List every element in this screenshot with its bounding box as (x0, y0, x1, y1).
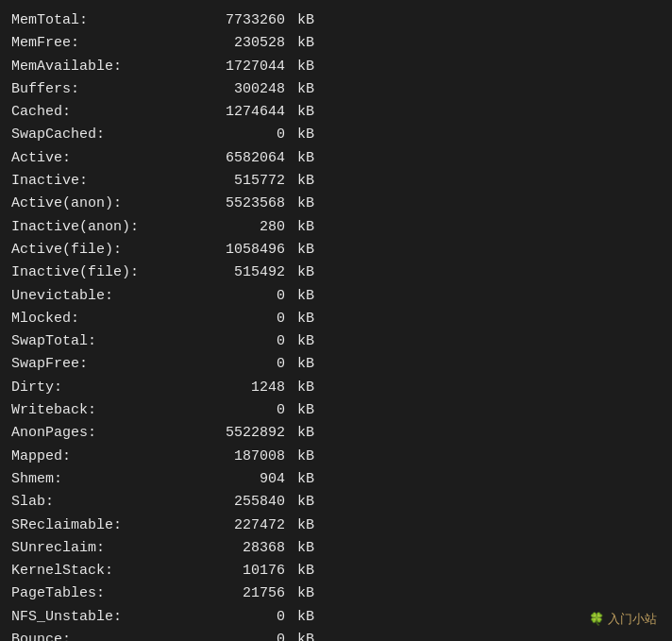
mem-unit: kB (289, 491, 314, 514)
table-row: Active: 6582064 kB (11, 147, 661, 170)
watermark-icon: 🍀 (589, 612, 604, 626)
table-row: Dirty: 1248 kB (11, 377, 661, 399)
mem-value: 0 (200, 606, 285, 629)
mem-key: SReclaimable: (11, 514, 200, 537)
table-row: SReclaimable: 227472 kB (11, 514, 661, 537)
mem-value: 0 (200, 285, 285, 308)
mem-unit: kB (289, 170, 314, 193)
mem-value: 6582064 (200, 147, 285, 170)
mem-unit: kB (289, 537, 314, 560)
mem-unit: kB (289, 514, 314, 537)
mem-value: 21756 (200, 582, 285, 605)
table-row: SwapTotal: 0 kB (11, 330, 661, 353)
table-row: Mapped: 187008 kB (11, 446, 661, 468)
table-row: Unevictable: 0 kB (11, 285, 661, 308)
mem-value: 10176 (200, 560, 285, 582)
memory-info-list: MemTotal: 7733260 kBMemFree: 230528 kBMe… (11, 9, 661, 641)
mem-value: 1274644 (200, 101, 285, 124)
mem-unit: kB (289, 56, 314, 78)
table-row: KernelStack: 10176 kB (11, 560, 661, 582)
mem-unit: kB (289, 285, 314, 308)
mem-key: Buffers: (11, 78, 200, 101)
table-row: Inactive: 515772 kB (11, 170, 661, 193)
mem-key: Bounce: (11, 629, 200, 641)
mem-value: 1058496 (200, 239, 285, 261)
mem-value: 0 (200, 124, 285, 146)
mem-unit: kB (289, 216, 314, 239)
table-row: Mlocked: 0 kB (11, 308, 661, 330)
mem-value: 255840 (200, 491, 285, 514)
mem-key: MemFree: (11, 32, 200, 55)
table-row: Active(file): 1058496 kB (11, 239, 661, 261)
mem-key: Active(file): (11, 239, 200, 261)
mem-unit: kB (289, 629, 314, 641)
mem-unit: kB (289, 78, 314, 101)
mem-unit: kB (289, 560, 314, 582)
mem-value: 515492 (200, 261, 285, 284)
mem-unit: kB (289, 101, 314, 124)
mem-unit: kB (289, 193, 314, 215)
mem-key: Mapped: (11, 446, 200, 468)
mem-value: 904 (200, 468, 285, 491)
mem-unit: kB (289, 582, 314, 605)
watermark-text: 入门小站 (604, 612, 657, 626)
mem-key: Shmem: (11, 468, 200, 491)
mem-unit: kB (289, 399, 314, 422)
table-row: Bounce: 0 kB (11, 629, 661, 641)
mem-unit: kB (289, 9, 314, 32)
terminal-window: MemTotal: 7733260 kBMemFree: 230528 kBMe… (0, 0, 672, 641)
mem-key: SwapFree: (11, 353, 200, 376)
mem-key: Writeback: (11, 399, 200, 422)
mem-key: Active: (11, 147, 200, 170)
mem-value: 0 (200, 330, 285, 353)
mem-value: 230528 (200, 32, 285, 55)
mem-unit: kB (289, 147, 314, 170)
mem-key: Unevictable: (11, 285, 200, 308)
mem-unit: kB (289, 239, 314, 261)
mem-unit: kB (289, 330, 314, 353)
mem-value: 0 (200, 629, 285, 641)
mem-value: 227472 (200, 514, 285, 537)
mem-key: KernelStack: (11, 560, 200, 582)
mem-unit: kB (289, 446, 314, 468)
mem-key: Active(anon): (11, 193, 200, 215)
table-row: AnonPages: 5522892 kB (11, 422, 661, 445)
mem-key: Cached: (11, 101, 200, 124)
table-row: Inactive(file): 515492 kB (11, 261, 661, 284)
mem-value: 1248 (200, 377, 285, 399)
mem-value: 0 (200, 353, 285, 376)
table-row: SwapCached: 0 kB (11, 124, 661, 146)
table-row: MemTotal: 7733260 kB (11, 9, 661, 32)
table-row: NFS_Unstable: 0 kB (11, 606, 661, 629)
mem-key: NFS_Unstable: (11, 606, 200, 629)
table-row: Buffers: 300248 kB (11, 78, 661, 101)
mem-unit: kB (289, 377, 314, 399)
table-row: SwapFree: 0 kB (11, 353, 661, 376)
mem-key: SUnreclaim: (11, 537, 200, 560)
table-row: PageTables: 21756 kB (11, 582, 661, 605)
mem-value: 515772 (200, 170, 285, 193)
mem-value: 187008 (200, 446, 285, 468)
mem-key: Slab: (11, 491, 200, 514)
table-row: MemFree: 230528 kB (11, 32, 661, 55)
mem-value: 5522892 (200, 422, 285, 445)
mem-value: 1727044 (200, 56, 285, 78)
table-row: Inactive(anon): 280 kB (11, 216, 661, 239)
mem-value: 28368 (200, 537, 285, 560)
watermark: 🍀 入门小站 (589, 611, 657, 628)
table-row: Writeback: 0 kB (11, 399, 661, 422)
mem-key: MemTotal: (11, 9, 200, 32)
table-row: Active(anon): 5523568 kB (11, 193, 661, 215)
mem-value: 5523568 (200, 193, 285, 215)
mem-unit: kB (289, 422, 314, 445)
mem-unit: kB (289, 606, 314, 629)
mem-key: Dirty: (11, 377, 200, 399)
mem-unit: kB (289, 261, 314, 284)
mem-unit: kB (289, 124, 314, 146)
mem-key: SwapTotal: (11, 330, 200, 353)
table-row: Slab: 255840 kB (11, 491, 661, 514)
mem-key: PageTables: (11, 582, 200, 605)
mem-unit: kB (289, 468, 314, 491)
mem-value: 280 (200, 216, 285, 239)
mem-key: Inactive(file): (11, 261, 200, 284)
